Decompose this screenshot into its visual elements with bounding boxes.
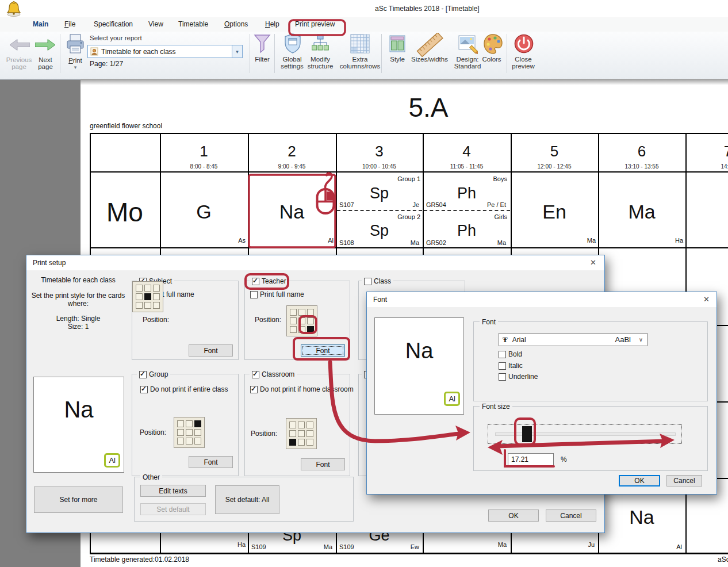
italic-label: Italic	[508, 362, 523, 370]
set-for-more-button[interactable]: Set for more	[34, 486, 123, 513]
classroom-position-grid[interactable]	[286, 418, 317, 449]
teacher-full-name-checkbox[interactable]	[250, 291, 258, 298]
length-label: Length: Single	[33, 315, 123, 323]
modify-structure-button[interactable]: Modify structure	[307, 33, 334, 74]
generated-note: Timetable generated:01.02.2018	[90, 555, 189, 564]
font-size-input[interactable]: 17.21	[508, 453, 554, 466]
design-button[interactable]: Design: Standard	[452, 33, 483, 74]
day-label: Mo	[90, 197, 160, 228]
group-font-button[interactable]: Font	[189, 456, 233, 468]
next-arrow-icon	[35, 39, 56, 51]
period-time: 12:00 - 12:45	[511, 163, 598, 170]
filter-button[interactable]: Filter	[252, 33, 273, 74]
card-preview-box: Na Al	[33, 377, 124, 473]
app-bell-icon	[5, 1, 22, 17]
ruler-icon	[414, 33, 446, 57]
classroom-option-checkbox[interactable]	[250, 386, 258, 393]
bottom-row-teacher: Al	[598, 543, 682, 550]
menu-bar: Main File Specification View Timetable O…	[0, 17, 728, 32]
chevron-down-icon: ∨	[639, 336, 643, 343]
classroom-font-button[interactable]: Font	[301, 458, 345, 470]
style-button[interactable]: Style	[386, 33, 408, 74]
period-time: 9:00 - 9:45	[248, 163, 336, 170]
previous-arrow-icon	[9, 39, 30, 51]
underline-label: Underline	[508, 373, 538, 381]
teacher-checkbox[interactable]	[252, 278, 259, 285]
colors-button[interactable]: Colors	[482, 33, 503, 74]
set-default-button[interactable]: Set default	[140, 503, 206, 515]
shield-icon	[284, 33, 301, 54]
period-number: 1	[160, 143, 248, 160]
period-time: 10:00 - 10:45	[336, 163, 423, 170]
print-setup-cancel-button[interactable]: Cancel	[546, 509, 596, 522]
truetype-icon: Ŧ	[503, 335, 508, 344]
classroom-checkbox[interactable]	[252, 371, 259, 378]
period-number: 4	[423, 143, 511, 160]
set-default-all-button[interactable]: Set default: All	[215, 485, 279, 514]
sizes-widths-button[interactable]: Sizes/widths	[409, 33, 450, 74]
design-icon	[458, 35, 478, 54]
report-combobox[interactable]: Timetable for each class ▾	[87, 45, 243, 58]
close-preview-button[interactable]: Close preview	[511, 33, 536, 74]
description-line2: where:	[33, 300, 123, 308]
size-label: Size: 1	[33, 323, 123, 331]
page-top-shadow	[81, 79, 728, 85]
description-line1: Set the print style for the cards	[28, 292, 129, 300]
menu-help[interactable]: Help	[265, 20, 279, 28]
bottom-row-teacher: Ma	[248, 543, 332, 550]
bold-checkbox[interactable]	[499, 351, 506, 358]
print-button[interactable]: Print ▾	[62, 33, 89, 74]
preview-subject: Na	[375, 338, 463, 363]
teacher-position-grid[interactable]	[286, 305, 317, 336]
period-number: 2	[248, 143, 336, 160]
menu-file[interactable]: File	[64, 20, 75, 28]
italic-checkbox[interactable]	[499, 362, 506, 370]
school-name: greenfield flower school	[90, 122, 162, 130]
other-label: Other	[143, 473, 160, 481]
close-icon[interactable]: ✕	[703, 295, 710, 304]
table-line	[90, 171, 728, 173]
report-dropdown-button[interactable]: ▾	[232, 45, 242, 58]
ribbon-separator	[60, 34, 60, 73]
group-checkbox[interactable]	[139, 371, 147, 378]
edit-texts-button[interactable]: Edit texts	[140, 485, 206, 497]
bold-label: Bold	[508, 350, 522, 358]
classroom-label: Classroom	[262, 370, 294, 378]
menu-specification[interactable]: Specification	[94, 20, 133, 28]
printer-icon	[66, 34, 85, 55]
font-sample-text: AaBl	[615, 335, 631, 344]
close-icon[interactable]: ✕	[590, 258, 596, 267]
report-icon	[90, 47, 98, 56]
print-setup-ok-button[interactable]: OK	[488, 509, 539, 522]
menu-options[interactable]: Options	[224, 20, 248, 28]
subject-position-grid[interactable]	[132, 281, 163, 312]
table-line	[90, 247, 728, 248]
group-position-grid[interactable]	[174, 417, 205, 448]
period-number: 6	[598, 143, 685, 160]
class-checkbox[interactable]	[364, 278, 371, 285]
preview-teacher-highlight: Al	[104, 453, 120, 468]
previous-page-button[interactable]: Previous page	[6, 34, 32, 74]
period-number: 5	[511, 143, 598, 160]
slider-thumb[interactable]	[522, 426, 532, 442]
font-size-slider[interactable]	[488, 424, 682, 444]
menu-view[interactable]: View	[148, 20, 163, 28]
period-number: 7	[685, 143, 728, 160]
teacher-font-button[interactable]: Font	[301, 344, 345, 357]
font-family-combobox[interactable]: Ŧ Arial AaBl ∨	[499, 333, 647, 346]
underline-checkbox[interactable]	[499, 373, 506, 381]
report-value: Timetable for each class	[101, 48, 176, 56]
subject-font-button[interactable]: Font	[189, 344, 233, 357]
font-cancel-button[interactable]: Cancel	[666, 475, 702, 486]
subject-groupbox: Subject Print full name Position: Font	[132, 281, 239, 360]
menu-timetable[interactable]: Timetable	[178, 20, 208, 28]
global-settings-button[interactable]: Global settings	[279, 33, 306, 74]
report-name-label: Timetable for each class	[33, 276, 123, 284]
menu-main[interactable]: Main	[33, 20, 48, 28]
menu-print-preview[interactable]: Print preview	[295, 20, 335, 28]
next-page-button[interactable]: Next page	[33, 34, 58, 74]
extra-columns-rows-button[interactable]: Extra columns/rows	[339, 33, 381, 74]
period-number: 3	[336, 143, 423, 160]
font-ok-button[interactable]: OK	[619, 475, 660, 486]
group-option-checkbox[interactable]	[140, 386, 148, 393]
